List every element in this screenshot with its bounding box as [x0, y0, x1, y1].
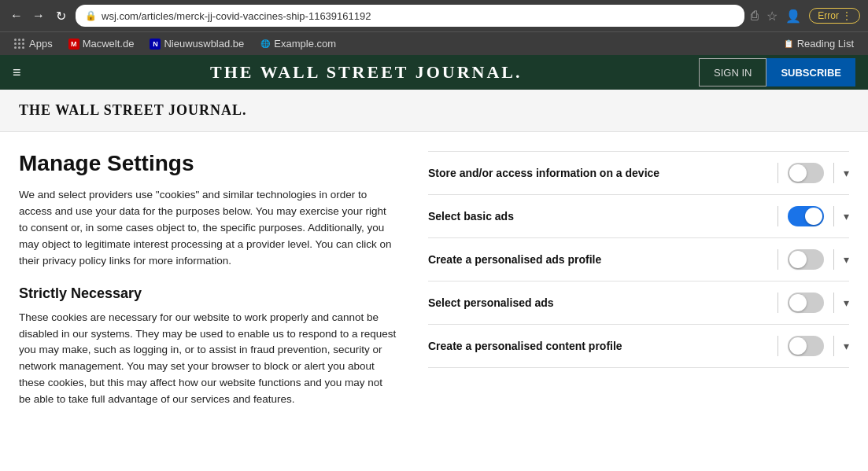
toggle-store-access[interactable] [788, 163, 824, 183]
reading-list-label: Reading List [797, 38, 854, 50]
apps-bookmark[interactable]: Apps [8, 36, 59, 51]
wsj-logo-bar: THE WALL STREET JOURNAL. [0, 90, 868, 132]
wsj-site-header: ≡ THE WALL STREET JOURNAL. SIGN IN SUBSC… [0, 55, 868, 90]
bookmarks-bar: Apps M Macwelt.de N Nieuwuswblad.be 🌐 Ex… [0, 31, 868, 55]
refresh-button[interactable]: ↻ [52, 9, 69, 24]
row-divider-4 [778, 293, 778, 313]
star-icon[interactable]: ☆ [766, 9, 778, 24]
profile-icon[interactable]: 👤 [785, 9, 801, 24]
macwelt-icon: M [68, 39, 79, 50]
nieuwuswblad-bookmark[interactable]: N Nieuwuswblad.be [143, 36, 250, 51]
row-divider-5 [778, 336, 778, 356]
row-divider-2b [833, 206, 834, 226]
toggle-knob-store-access [789, 164, 807, 182]
chevron-basic-ads[interactable]: ▾ [844, 210, 849, 223]
row-divider-2 [778, 206, 778, 226]
chevron-personalised-content-profile[interactable]: ▾ [844, 340, 849, 352]
toggle-knob-select-personalised-ads [789, 294, 807, 311]
example-label: Example.com [274, 38, 336, 50]
toggle-knob-personalised-ads-profile [789, 251, 807, 268]
toggle-select-personalised-ads[interactable] [788, 293, 824, 313]
macwelt-label: Macwelt.de [83, 38, 135, 50]
right-panel: Store and/or access information on a dev… [428, 151, 849, 471]
apps-grid-icon [14, 39, 24, 49]
setting-label-basic-ads: Select basic ads [428, 210, 768, 223]
url-text: wsj.com/articles/merck-jj-covid-vaccines… [102, 10, 371, 22]
strictly-necessary-title: Strictly Necessary [19, 285, 397, 302]
browser-toolbar: ← → ↻ 🔒 wsj.com/articles/merck-jj-covid-… [0, 0, 868, 31]
row-divider-3b [833, 249, 834, 270]
toggle-personalised-ads-profile[interactable] [788, 249, 824, 270]
strictly-necessary-description: These cookies are necessary for our webs… [19, 310, 397, 409]
browser-chrome: ← → ↻ 🔒 wsj.com/articles/merck-jj-covid-… [0, 0, 868, 55]
setting-row-personalised-content-profile: Create a personalised content profile ▾ [428, 325, 849, 368]
row-divider-5b [833, 336, 834, 356]
hamburger-icon[interactable]: ≡ [13, 64, 21, 81]
more-icon: ⋮ [842, 10, 851, 21]
main-content: Manage Settings We and select providers … [0, 132, 868, 471]
manage-settings-title: Manage Settings [19, 151, 397, 176]
toggle-knob-basic-ads [805, 208, 822, 225]
header-actions: SIGN IN SUBSCRIBE [699, 58, 855, 86]
share-icon[interactable]: ⎙ [751, 9, 759, 23]
sign-in-button[interactable]: SIGN IN [699, 58, 766, 86]
setting-label-store-access: Store and/or access information on a dev… [428, 167, 768, 179]
toggle-knob-personalised-content-profile [789, 337, 807, 355]
address-bar[interactable]: 🔒 wsj.com/articles/merck-jj-covid-vaccin… [76, 5, 744, 27]
chevron-select-personalised-ads[interactable]: ▾ [844, 296, 849, 309]
nieuwuswblad-label: Nieuwuswblad.be [164, 38, 244, 50]
macwelt-bookmark[interactable]: M Macwelt.de [62, 36, 141, 51]
nieuwuswblad-icon: N [150, 39, 161, 50]
left-panel: Manage Settings We and select providers … [19, 151, 397, 471]
error-button[interactable]: Error ⋮ [809, 8, 860, 24]
setting-row-basic-ads: Select basic ads ▾ [428, 195, 849, 238]
manage-settings-description: We and select providers use "cookies" an… [19, 187, 397, 270]
setting-row-store-access: Store and/or access information on a dev… [428, 151, 849, 195]
toggle-basic-ads[interactable] [788, 206, 824, 226]
chevron-store-access[interactable]: ▾ [844, 167, 849, 179]
toolbar-actions: ⎙ ☆ 👤 Error ⋮ [751, 8, 860, 24]
apps-label: Apps [29, 38, 53, 50]
toggle-personalised-content-profile[interactable] [788, 336, 824, 356]
setting-label-select-personalised-ads: Select personalised ads [428, 296, 768, 309]
subscribe-button[interactable]: SUBSCRIBE [766, 58, 855, 86]
row-divider-4b [833, 293, 834, 313]
lock-icon: 🔒 [85, 10, 97, 21]
setting-label-personalised-ads-profile: Create a personalised ads profile [428, 253, 768, 266]
row-divider-1b [833, 163, 834, 183]
chevron-personalised-ads-profile[interactable]: ▾ [844, 253, 849, 266]
forward-button[interactable]: → [30, 9, 47, 23]
row-divider-3 [778, 249, 778, 270]
example-bookmark[interactable]: 🌐 Example.com [253, 36, 342, 51]
setting-label-personalised-content-profile: Create a personalised content profile [428, 340, 768, 352]
setting-row-personalised-ads-profile: Create a personalised ads profile ▾ [428, 238, 849, 281]
reading-list-bookmark[interactable]: 📋 Reading List [777, 36, 860, 51]
error-label: Error [818, 10, 839, 21]
setting-row-select-personalised-ads: Select personalised ads ▾ [428, 281, 849, 325]
example-icon: 🌐 [260, 39, 271, 50]
back-button[interactable]: ← [8, 9, 25, 23]
wsj-logo: THE WALL STREET JOURNAL. [19, 102, 246, 118]
reading-list-icon: 📋 [783, 39, 794, 50]
wsj-header-title: THE WALL STREET JOURNAL. [34, 62, 700, 83]
nav-buttons: ← → ↻ [8, 9, 69, 24]
row-divider-1 [778, 163, 778, 183]
